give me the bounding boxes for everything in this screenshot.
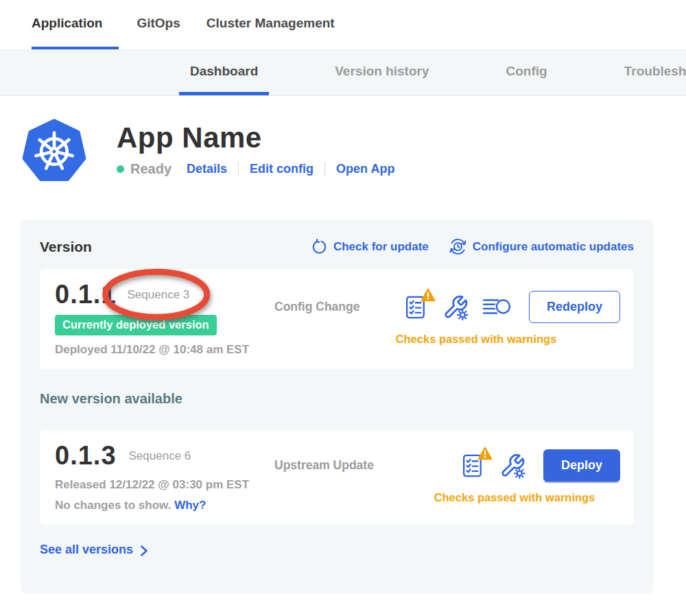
- why-link[interactable]: Why?: [174, 499, 206, 512]
- preflight-checks-icon[interactable]: [460, 453, 486, 479]
- version-section-title: Version: [40, 239, 92, 255]
- current-version-card: 0.1.1 Sequence 3 Currently deployed vers…: [40, 269, 634, 369]
- preflight-checks-icon[interactable]: [403, 294, 429, 320]
- tab-gitops[interactable]: GitOps: [137, 0, 188, 49]
- view-diff-icon[interactable]: [482, 296, 511, 318]
- version-source-label: Upstream Update: [274, 458, 374, 473]
- check-for-update-button[interactable]: Check for update: [311, 239, 429, 254]
- no-changes-text: No changes to show.: [55, 499, 171, 512]
- app-header: App Name Ready Details Edit config Open …: [0, 96, 686, 184]
- sequence-label: Sequence 3: [128, 288, 190, 301]
- sequence-label: Sequence 6: [129, 449, 191, 463]
- new-version-heading: New version available: [40, 391, 634, 407]
- edit-config-link[interactable]: Edit config: [250, 162, 314, 176]
- released-timestamp: Released 12/12/22 @ 03:30 pm EST: [55, 478, 274, 492]
- deploy-button[interactable]: Deploy: [543, 449, 620, 482]
- version-number: 0.1.1: [55, 280, 117, 309]
- primary-nav: Application GitOps Cluster Management: [0, 0, 686, 49]
- tab-application[interactable]: Application: [32, 0, 119, 49]
- tab-dashboard[interactable]: Dashboard: [179, 50, 269, 95]
- auto-update-clock-icon: [449, 238, 466, 255]
- app-section-nav: Dashboard Version history Config Trouble…: [0, 49, 686, 96]
- page-title: App Name: [117, 122, 394, 154]
- tab-config[interactable]: Config: [495, 50, 558, 95]
- divider: [324, 162, 325, 177]
- tab-troubleshoot[interactable]: Troubleshoot: [613, 50, 686, 95]
- config-wrench-gear-icon[interactable]: [499, 453, 525, 479]
- config-wrench-gear-icon[interactable]: [442, 294, 469, 320]
- preflight-status-available[interactable]: Checks passed with warnings: [342, 491, 686, 504]
- preflight-status-current[interactable]: Checks passed with warnings: [303, 333, 649, 346]
- version-source-label: Config Change: [274, 300, 359, 314]
- tab-version-history[interactable]: Version history: [324, 50, 440, 95]
- currently-deployed-badge: Currently deployed version: [55, 315, 217, 335]
- redeploy-button[interactable]: Redeploy: [529, 291, 620, 323]
- divider: [238, 162, 239, 177]
- available-version-card: 0.1.3 Sequence 6 Released 12/12/22 @ 03:…: [40, 430, 634, 525]
- warning-triangle-icon: [421, 288, 436, 302]
- open-app-link[interactable]: Open App: [336, 162, 394, 176]
- chevron-right-icon: [140, 545, 148, 556]
- version-number: 0.1.3: [55, 441, 117, 471]
- kubernetes-logo-icon: [22, 117, 86, 184]
- refresh-icon: [311, 239, 327, 254]
- tab-cluster-management[interactable]: Cluster Management: [206, 0, 343, 49]
- warning-triangle-icon: [477, 447, 493, 460]
- deployed-timestamp: Deployed 11/10/22 @ 10:48 am EST: [55, 343, 274, 357]
- app-status: Ready: [130, 161, 172, 177]
- status-dot: [117, 165, 124, 173]
- configure-automatic-updates-button[interactable]: Configure automatic updates: [449, 238, 634, 255]
- version-panel: Version Check for update Configure: [21, 220, 653, 594]
- see-all-versions-link[interactable]: See all versions: [40, 543, 634, 557]
- details-link[interactable]: Details: [187, 162, 227, 176]
